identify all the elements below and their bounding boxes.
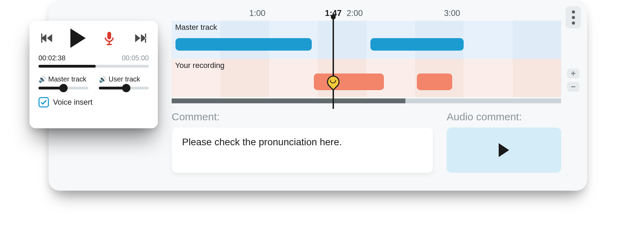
comment-section: Comment: Please check the pronunciation …	[172, 111, 561, 173]
timeline-scrollbar[interactable]	[172, 98, 561, 103]
check-icon	[40, 99, 47, 106]
tick-label: 2:00	[346, 8, 363, 18]
volume-icon: 🔊	[38, 76, 46, 83]
skip-back-icon	[41, 31, 54, 45]
timeline: 1:00 1:47 2:00 3:00 Master track Your re…	[172, 3, 561, 111]
current-time: 00:02:38	[38, 54, 66, 62]
master-volume-slider[interactable]	[38, 87, 88, 89]
skip-back-button[interactable]	[41, 31, 54, 45]
voice-insert-row: Voice insert	[38, 97, 149, 107]
zoom-controls: + −	[567, 69, 579, 92]
play-icon	[499, 143, 509, 157]
audio-comment-column: Audio comment:	[447, 111, 561, 173]
user-track-label: Your recording	[175, 61, 224, 70]
voice-insert-label: Voice insert	[53, 98, 93, 107]
audio-comment-label: Audio comment:	[447, 111, 561, 123]
progress-fill	[38, 65, 96, 68]
zoom-out-button[interactable]: −	[567, 82, 579, 92]
time-display: 00:02:38 00:05:00	[38, 54, 149, 62]
play-button[interactable]	[70, 28, 86, 48]
volume-icon: 🔊	[99, 76, 106, 83]
skip-forward-button[interactable]	[133, 31, 147, 45]
tick-label: 3:00	[444, 8, 460, 18]
player-panel: 00:02:38 00:05:00 🔊 Master track 🔊 User …	[29, 21, 158, 128]
total-time: 00:05:00	[122, 54, 149, 62]
user-track[interactable]: Your recording	[172, 59, 561, 97]
skip-forward-icon	[133, 31, 147, 45]
master-track-label: Master track	[175, 23, 217, 32]
master-volume: 🔊 Master track	[38, 75, 88, 89]
play-icon	[70, 28, 86, 48]
tick-label: 1:00	[249, 8, 266, 18]
comment-text-box[interactable]: Please check the pronunciation here.	[172, 128, 433, 173]
microphone-icon	[102, 31, 117, 46]
progress-bar[interactable]	[38, 65, 149, 68]
volume-sliders: 🔊 Master track 🔊 User track	[38, 75, 149, 89]
audio-comment-play-button[interactable]	[447, 128, 561, 173]
master-clip[interactable]	[175, 38, 312, 51]
user-volume-label: User track	[109, 75, 140, 83]
voice-insert-checkbox[interactable]	[38, 97, 49, 107]
zoom-in-button[interactable]: +	[567, 69, 579, 78]
record-button[interactable]	[102, 31, 117, 46]
master-volume-label: Master track	[48, 75, 86, 83]
user-clip[interactable]	[314, 73, 384, 90]
slider-thumb[interactable]	[59, 84, 68, 92]
text-comment-column: Comment: Please check the pronunciation …	[172, 111, 433, 173]
timeline-scrollbar-thumb[interactable]	[172, 98, 405, 103]
slider-thumb[interactable]	[122, 84, 130, 92]
user-volume-slider[interactable]	[99, 87, 149, 89]
user-clip[interactable]	[417, 73, 452, 90]
master-clip[interactable]	[370, 38, 464, 51]
tracks-container: Master track Your recording	[172, 21, 561, 97]
playhead[interactable]	[333, 19, 334, 109]
more-menu-button[interactable]	[566, 6, 581, 28]
comment-label: Comment:	[172, 111, 433, 123]
transport-controls	[38, 28, 149, 48]
time-ruler[interactable]: 1:00 1:47 2:00 3:00	[172, 3, 561, 21]
user-volume: 🔊 User track	[99, 75, 149, 89]
master-track[interactable]: Master track	[172, 21, 561, 59]
